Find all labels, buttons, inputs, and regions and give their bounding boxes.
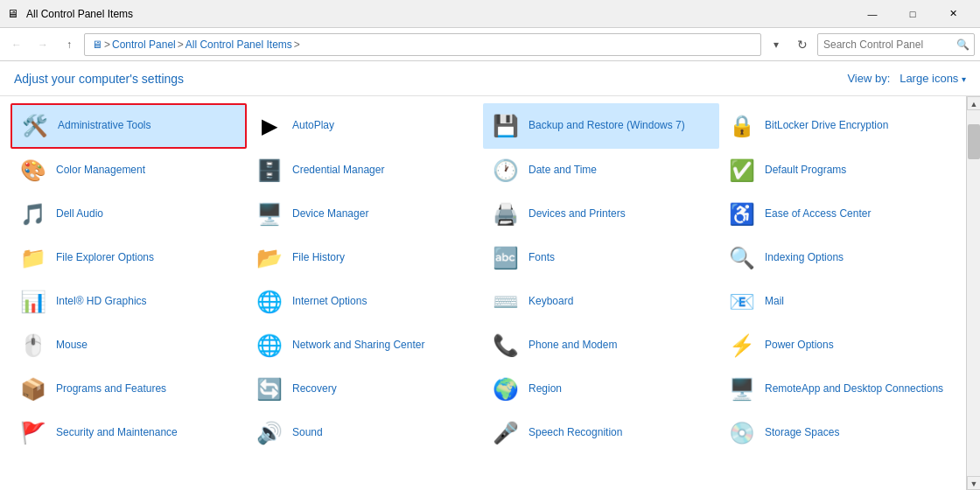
item-icon-device-manager: 🖥️ (254, 199, 285, 230)
item-icon-mouse: 🖱️ (18, 330, 49, 361)
path-control-panel[interactable]: Control Panel (112, 38, 176, 51)
item-label-mouse: Mouse (56, 339, 88, 353)
item-icon-keyboard: ⌨️ (490, 286, 522, 318)
path-all-items[interactable]: All Control Panel Items (186, 38, 292, 51)
item-icon-network-sharing: 🌐 (254, 330, 285, 361)
item-icon-programs-features: 📦 (18, 374, 49, 405)
item-default-programs[interactable]: ✅Default Programs (719, 149, 956, 192)
item-intel-hd[interactable]: 📊Intel® HD Graphics (10, 280, 247, 324)
address-path[interactable]: 🖥 > Control Panel > All Control Panel It… (84, 33, 761, 56)
item-label-color-management: Color Management (56, 164, 145, 178)
item-phone-modem[interactable]: 📞Phone and Modem (483, 324, 719, 368)
item-remoteapp[interactable]: 🖥️RemoteApp and Desktop Connections (719, 368, 956, 411)
scroll-thumb[interactable] (968, 124, 980, 159)
item-keyboard[interactable]: ⌨️Keyboard (483, 280, 719, 324)
item-autoplay[interactable]: ▶AutoPlay (247, 103, 483, 149)
item-label-fonts: Fonts (528, 251, 555, 265)
item-storage-spaces[interactable]: 💿Storage Spaces (719, 411, 956, 455)
item-label-file-history: File History (292, 251, 345, 265)
item-region[interactable]: 🌍Region (483, 368, 719, 411)
close-button[interactable]: ✕ (933, 0, 973, 28)
item-icon-backup-restore: 💾 (490, 110, 522, 142)
item-label-network-sharing: Network and Sharing Center (292, 339, 424, 353)
item-label-internet-options: Internet Options (292, 295, 367, 309)
view-by-arrow[interactable]: ▾ (962, 74, 966, 84)
item-icon-mail: 📧 (726, 286, 758, 318)
item-device-manager[interactable]: 🖥️Device Manager (247, 192, 483, 236)
item-label-device-manager: Device Manager (292, 207, 368, 221)
minimize-button[interactable]: — (852, 0, 892, 28)
window-controls: — □ ✕ (852, 0, 973, 28)
item-icon-security-maintenance: 🚩 (18, 417, 49, 449)
address-bar: ← → ↑ 🖥 > Control Panel > All Control Pa… (0, 28, 980, 61)
view-bar: Adjust your computer's settings View by:… (0, 61, 980, 96)
item-icon-ease-access: ♿ (726, 199, 758, 230)
item-icon-speech-recognition: 🎤 (490, 417, 522, 449)
item-recovery[interactable]: 🔄Recovery (247, 368, 483, 411)
item-network-sharing[interactable]: 🌐Network and Sharing Center (247, 324, 483, 368)
item-label-devices-printers: Devices and Printers (528, 207, 626, 221)
item-security-maintenance[interactable]: 🚩Security and Maintenance (10, 411, 247, 455)
item-icon-intel-hd: 📊 (18, 286, 49, 318)
adjust-settings-label: Adjust your computer's settings (14, 72, 184, 86)
item-label-sound: Sound (292, 426, 323, 440)
item-power-options[interactable]: ⚡Power Options (719, 324, 956, 368)
item-icon-administrative-tools: 🛠️ (19, 110, 51, 142)
item-icon-sound: 🔊 (254, 417, 285, 449)
item-file-history[interactable]: 📂File History (247, 236, 483, 280)
item-ease-access[interactable]: ♿Ease of Access Center (719, 192, 956, 236)
scroll-up-arrow[interactable]: ▲ (967, 96, 980, 110)
item-icon-file-explorer: 📁 (18, 242, 49, 274)
back-button[interactable]: ← (5, 33, 28, 56)
item-mouse[interactable]: 🖱️Mouse (10, 324, 247, 368)
item-icon-recovery: 🔄 (254, 374, 285, 405)
item-bitlocker[interactable]: 🔒BitLocker Drive Encryption (719, 103, 956, 149)
item-devices-printers[interactable]: 🖨️Devices and Printers (483, 192, 719, 236)
item-icon-default-programs: ✅ (726, 155, 758, 186)
item-icon-credential-manager: 🗄️ (254, 155, 285, 186)
search-container: 🔍 (817, 33, 975, 56)
item-programs-features[interactable]: 📦Programs and Features (10, 368, 247, 411)
item-icon-color-management: 🎨 (18, 155, 49, 186)
item-label-recovery: Recovery (292, 382, 337, 396)
item-label-administrative-tools: Administrative Tools (58, 119, 151, 133)
item-icon-autoplay: ▶ (254, 110, 285, 142)
maximize-button[interactable]: □ (892, 0, 933, 28)
item-label-date-time: Date and Time (528, 164, 597, 178)
item-mail[interactable]: 📧Mail (719, 280, 956, 324)
forward-button[interactable]: → (32, 33, 54, 56)
item-icon-phone-modem: 📞 (490, 330, 522, 361)
item-label-region: Region (528, 382, 562, 396)
item-date-time[interactable]: 🕐Date and Time (483, 149, 719, 192)
search-input[interactable] (817, 33, 975, 56)
up-button[interactable]: ↑ (58, 33, 80, 56)
item-administrative-tools[interactable]: 🛠️Administrative Tools (10, 103, 247, 149)
title-bar: 🖥 All Control Panel Items — □ ✕ (0, 0, 980, 28)
item-label-backup-restore: Backup and Restore (Windows 7) (528, 119, 685, 133)
scroll-down-arrow[interactable]: ▼ (967, 476, 980, 490)
item-file-explorer[interactable]: 📁File Explorer Options (10, 236, 247, 280)
item-indexing[interactable]: 🔍Indexing Options (719, 236, 956, 280)
item-color-management[interactable]: 🎨Color Management (10, 149, 247, 192)
item-dell-audio[interactable]: 🎵Dell Audio (10, 192, 247, 236)
item-label-file-explorer: File Explorer Options (56, 251, 154, 265)
item-label-dell-audio: Dell Audio (56, 207, 103, 221)
item-sound[interactable]: 🔊Sound (247, 411, 483, 455)
item-icon-region: 🌍 (490, 374, 522, 405)
item-label-autoplay: AutoPlay (292, 119, 334, 133)
item-backup-restore[interactable]: 💾Backup and Restore (Windows 7) (483, 103, 719, 149)
search-icon: 🔍 (956, 38, 970, 51)
view-by-label: View by: (847, 72, 890, 85)
item-icon-bitlocker: 🔒 (726, 110, 758, 142)
item-fonts[interactable]: 🔤Fonts (483, 236, 719, 280)
item-internet-options[interactable]: 🌐Internet Options (247, 280, 483, 324)
items-grid: 🛠️Administrative Tools▶AutoPlay💾Backup a… (0, 96, 966, 490)
item-credential-manager[interactable]: 🗄️Credential Manager (247, 149, 483, 192)
item-speech-recognition[interactable]: 🎤Speech Recognition (483, 411, 719, 455)
dropdown-button[interactable]: ▾ (765, 33, 788, 56)
refresh-button[interactable]: ↻ (791, 33, 814, 56)
scrollbar: ▲ ▼ (966, 96, 980, 490)
main-content: 🛠️Administrative Tools▶AutoPlay💾Backup a… (0, 96, 980, 490)
view-by-value[interactable]: Large icons (900, 72, 958, 85)
item-label-power-options: Power Options (765, 339, 834, 353)
